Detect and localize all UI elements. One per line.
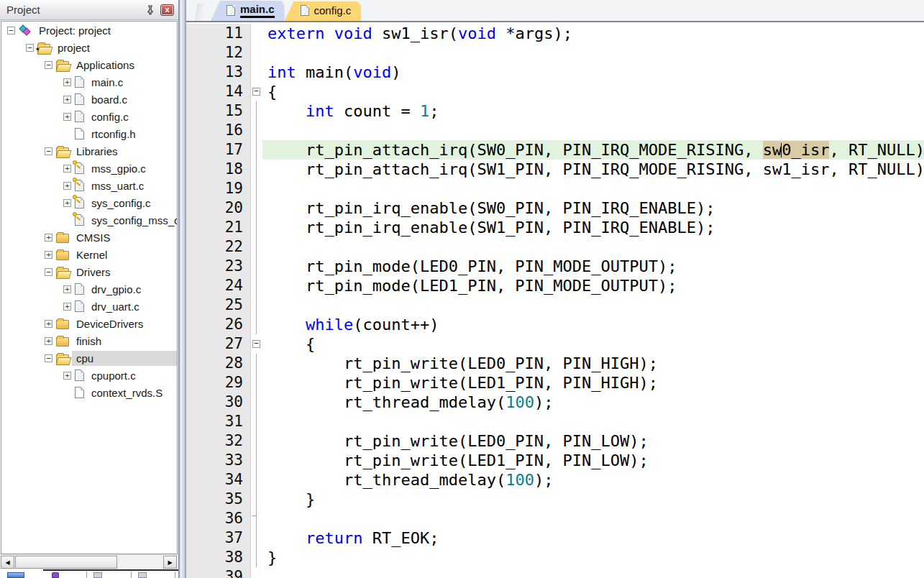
tree-item-sys-config-mss-clc[interactable]: sys_config_mss_clc — [1, 211, 177, 229]
tree-item-project[interactable]: −*project — [1, 39, 177, 56]
key-badge-icon — [73, 212, 77, 216]
key-badge-icon — [73, 195, 77, 199]
code-line-35[interactable]: 35 } — [186, 490, 924, 509]
tree-item-project-project[interactable]: −Project: project — [1, 22, 177, 39]
fold-collapse-icon[interactable]: − — [251, 334, 262, 354]
expand-icon[interactable]: + — [63, 96, 71, 104]
collapse-icon[interactable]: − — [7, 27, 15, 35]
expand-icon[interactable]: + — [63, 199, 71, 207]
expand-icon[interactable]: + — [45, 251, 52, 259]
code-text: rt_pin_mode(LED0_PIN, PIN_MODE_OUTPUT); — [262, 257, 924, 276]
expand-icon[interactable]: + — [63, 113, 71, 121]
tree-item-applications[interactable]: −Applications — [1, 56, 177, 73]
code-line-38[interactable]: 38} — [186, 548, 924, 567]
code-editor[interactable]: 11extern void sw1_isr(void *args);1213in… — [186, 24, 924, 578]
pin-icon[interactable] — [145, 4, 156, 16]
code-line-24[interactable]: 24 rt_pin_mode(LED1_PIN, PIN_MODE_OUTPUT… — [186, 276, 924, 295]
code-line-29[interactable]: 29 rt_pin_write(LED1_PIN, PIN_HIGH); — [186, 373, 924, 393]
expand-icon[interactable]: + — [45, 234, 52, 242]
tab-main-c[interactable]: main.c — [211, 1, 285, 21]
code-line-34[interactable]: 34 rt_thread_mdelay(100); — [186, 470, 924, 490]
code-line-27[interactable]: 27− { — [186, 334, 924, 354]
collapse-icon[interactable]: − — [45, 61, 52, 69]
code-line-22[interactable]: 22 — [186, 237, 924, 257]
code-line-33[interactable]: 33 rt_pin_write(LED1_PIN, PIN_LOW); — [186, 451, 924, 470]
tree-item-cpu[interactable]: −cpu — [1, 349, 177, 367]
tree-item-rtconfig-h[interactable]: rtconfig.h — [1, 125, 177, 142]
code-line-37[interactable]: 37 return RT_EOK; — [186, 528, 924, 548]
fold-margin — [251, 257, 262, 276]
tree-item-kernel[interactable]: +Kernel — [1, 246, 177, 263]
tree-item-sys-config-c[interactable]: +sys_config.c — [1, 194, 177, 211]
gear-badge-icon: * — [36, 46, 39, 55]
panel-title: Project — [6, 4, 40, 16]
code-line-11[interactable]: 11extern void sw1_isr(void *args); — [186, 24, 924, 43]
tab-config-c[interactable]: config.c — [285, 1, 362, 21]
line-number: 21 — [186, 218, 251, 237]
tree-item-mss-gpio-c[interactable]: +mss_gpio.c — [1, 160, 177, 177]
fold-margin — [251, 237, 262, 257]
tree-item-config-c[interactable]: +config.c — [1, 108, 177, 125]
code-line-30[interactable]: 30 rt_thread_mdelay(100); — [186, 393, 924, 412]
tree-item-cpuport-c[interactable]: +cpuport.c — [1, 367, 177, 384]
code-line-19[interactable]: 19 — [186, 179, 924, 198]
expand-icon[interactable]: + — [63, 78, 71, 86]
expand-icon[interactable]: + — [45, 337, 52, 345]
scroll-left-arrow[interactable]: ◀ — [1, 556, 14, 569]
close-icon[interactable]: x — [160, 4, 174, 16]
pin-icon-glyph — [146, 5, 155, 15]
tree-item-devicedrivers[interactable]: +DeviceDrivers — [1, 315, 177, 332]
fold-margin — [251, 470, 262, 490]
tree-item-context-rvds-s[interactable]: context_rvds.S — [1, 384, 177, 401]
code-line-20[interactable]: 20 rt_pin_irq_enable(SW0_PIN, PIN_IRQ_EN… — [186, 198, 924, 218]
scroll-right-arrow[interactable]: ▶ — [163, 556, 177, 569]
editor-tabbar: main.cconfig.c — [186, 0, 924, 22]
collapse-icon[interactable]: − — [45, 147, 52, 155]
panel-splitter[interactable] — [178, 0, 186, 578]
code-line-39[interactable]: 39 — [186, 567, 924, 578]
code-line-36[interactable]: 36 — [186, 509, 924, 528]
code-line-26[interactable]: 26 while(count++) — [186, 315, 924, 334]
tree-item-main-c[interactable]: +main.c — [1, 73, 177, 91]
code-line-21[interactable]: 21 rt_pin_irq_enable(SW1_PIN, PIN_IRQ_EN… — [186, 218, 924, 237]
code-line-31[interactable]: 31 — [186, 412, 924, 431]
code-line-25[interactable]: 25 — [186, 295, 924, 315]
books-tab-icon[interactable] — [52, 572, 59, 578]
tree-item-drivers[interactable]: −Drivers — [1, 263, 177, 280]
line-number: 14 — [186, 82, 251, 101]
code-line-16[interactable]: 16 — [186, 121, 924, 140]
collapse-icon[interactable]: − — [26, 44, 34, 52]
code-line-14[interactable]: 14−{ — [186, 82, 924, 101]
tree-item-libraries[interactable]: −Libraries — [1, 142, 177, 160]
fold-collapse-icon[interactable]: − — [251, 82, 262, 101]
tree-item-mss-uart-c[interactable]: +mss_uart.c — [1, 177, 177, 194]
tree-item-finish[interactable]: +finish — [1, 332, 177, 349]
code-line-18[interactable]: 18 rt_pin_attach_irq(SW1_PIN, PIN_IRQ_MO… — [186, 160, 924, 179]
code-line-15[interactable]: 15 int count = 1; — [186, 101, 924, 121]
horizontal-scrollbar[interactable]: ◀ ▶ — [0, 554, 178, 569]
expand-icon[interactable]: + — [63, 165, 71, 173]
fold-margin — [251, 43, 262, 63]
collapse-icon[interactable]: − — [45, 268, 52, 276]
expand-icon[interactable]: + — [63, 303, 71, 311]
code-line-12[interactable]: 12 — [186, 43, 924, 63]
code-line-13[interactable]: 13int main(void) — [186, 63, 924, 82]
expand-icon[interactable]: + — [63, 182, 71, 190]
tree-item-drv-uart-c[interactable]: +drv_uart.c — [1, 298, 177, 315]
code-line-17[interactable]: 17 rt_pin_attach_irq(SW0_PIN, PIN_IRQ_MO… — [186, 140, 924, 160]
project-tab-icon[interactable] — [7, 572, 24, 578]
functions-tab-icon[interactable] — [93, 572, 102, 578]
collapse-icon[interactable]: − — [45, 354, 52, 362]
tree-item-drv-gpio-c[interactable]: +drv_gpio.c — [1, 280, 177, 298]
code-line-32[interactable]: 32 rt_pin_write(LED0_PIN, PIN_LOW); — [186, 431, 924, 451]
expand-icon[interactable]: + — [45, 320, 52, 328]
expand-icon[interactable]: + — [63, 372, 71, 380]
tree-item-cmsis[interactable]: +CMSIS — [1, 229, 177, 246]
expand-icon[interactable]: + — [63, 285, 71, 293]
tree-item-board-c[interactable]: +board.c — [1, 91, 177, 108]
scrollbar-thumb[interactable] — [15, 556, 117, 569]
line-number: 34 — [186, 470, 251, 490]
code-line-28[interactable]: 28 rt_pin_write(LED0_PIN, PIN_HIGH); — [186, 354, 924, 373]
templates-tab-icon[interactable] — [138, 572, 147, 578]
code-line-23[interactable]: 23 rt_pin_mode(LED0_PIN, PIN_MODE_OUTPUT… — [186, 257, 924, 276]
